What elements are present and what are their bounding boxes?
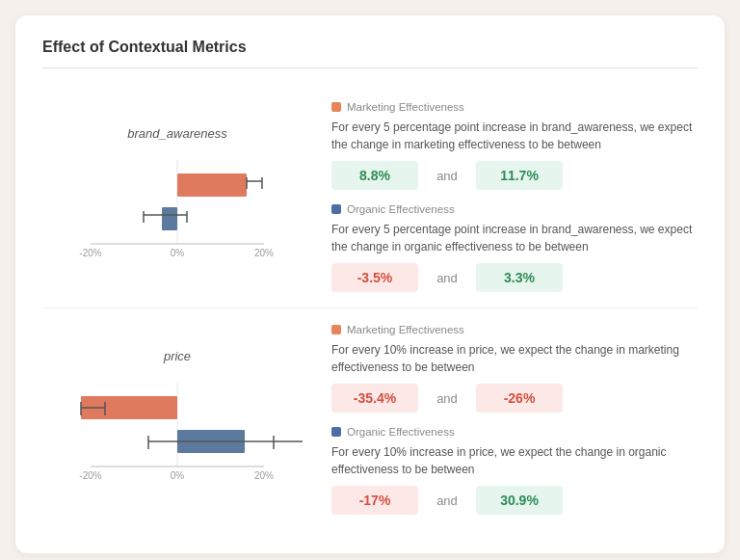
and-label-marketing-brand: and [418, 169, 476, 183]
metric-label-organic-brand: Organic Effectiveness [331, 203, 698, 215]
main-card: Effect of Contextual Metrics brand_aware… [15, 15, 725, 553]
metric-label-text-marketing-brand: Marketing Effectiveness [347, 101, 464, 113]
value1-organic-brand: -3.5% [331, 263, 418, 292]
metric-label-organic-price: Organic Effectiveness [331, 426, 698, 438]
value2-marketing-price: -26% [476, 384, 563, 413]
and-label-organic-brand: and [418, 271, 476, 285]
metric-marketing-brand: Marketing Effectiveness For every 5 perc… [331, 101, 698, 190]
dot-organic-price [331, 427, 341, 437]
svg-text:20%: 20% [254, 470, 274, 481]
info-price: Marketing Effectiveness For every 10% in… [312, 324, 698, 515]
metric-label-text-marketing-price: Marketing Effectiveness [347, 324, 464, 335]
chart-brand-awareness: brand_awareness [42, 101, 312, 292]
svg-text:0%: 0% [171, 470, 185, 481]
metric-marketing-price: Marketing Effectiveness For every 10% in… [331, 324, 698, 413]
metric-organic-price: Organic Effectiveness For every 10% incr… [331, 426, 698, 515]
and-label-marketing-price: and [418, 391, 476, 406]
value2-marketing-brand: 11.7% [476, 161, 563, 190]
info-brand-awareness: Marketing Effectiveness For every 5 perc… [312, 101, 698, 292]
metric-desc-organic-brand: For every 5 percentage point increase in… [331, 221, 698, 255]
svg-text:20%: 20% [254, 248, 274, 258]
svg-text:0%: 0% [171, 248, 185, 258]
and-label-organic-price: and [418, 493, 476, 508]
dot-marketing-brand [331, 102, 341, 112]
chart-svg-brand-awareness: -20% 0% 20% [52, 152, 303, 267]
chart-svg-price: -20% 0% 20% [52, 375, 303, 490]
dot-organic-brand [331, 204, 341, 214]
section-price: price [42, 308, 698, 530]
value1-marketing-price: -35.4% [331, 384, 418, 413]
metric-label-text-organic-brand: Organic Effectiveness [347, 203, 455, 215]
metric-label-text-organic-price: Organic Effectiveness [347, 426, 455, 438]
metric-values-organic-brand: -3.5% and 3.3% [331, 263, 698, 292]
section-brand-awareness: brand_awareness [42, 86, 698, 308]
chart-price: price [42, 324, 312, 515]
chart-title-price: price [164, 349, 191, 363]
value2-organic-brand: 3.3% [476, 263, 563, 292]
metric-values-marketing-brand: 8.8% and 11.7% [331, 161, 698, 190]
metric-desc-organic-price: For every 10% increase in price, we expe… [331, 443, 698, 478]
metric-organic-brand: Organic Effectiveness For every 5 percen… [331, 203, 698, 292]
chart-title-brand-awareness: brand_awareness [127, 126, 226, 141]
svg-rect-1 [177, 173, 247, 197]
card-title: Effect of Contextual Metrics [42, 39, 698, 68]
metric-desc-marketing-brand: For every 5 percentage point increase in… [331, 119, 698, 153]
value2-organic-price: 30.9% [476, 486, 563, 515]
metric-label-marketing-price: Marketing Effectiveness [331, 324, 698, 335]
value1-organic-price: -17% [331, 486, 418, 515]
metric-values-marketing-price: -35.4% and -26% [331, 384, 698, 413]
value1-marketing-brand: 8.8% [331, 161, 418, 190]
metric-values-organic-price: -17% and 30.9% [331, 486, 698, 515]
svg-rect-5 [162, 207, 177, 230]
metric-desc-marketing-price: For every 10% increase in price, we expe… [331, 341, 698, 376]
metric-label-marketing-brand: Marketing Effectiveness [331, 101, 698, 113]
svg-text:-20%: -20% [79, 248, 101, 258]
svg-text:-20%: -20% [79, 470, 101, 481]
dot-marketing-price [331, 325, 341, 334]
